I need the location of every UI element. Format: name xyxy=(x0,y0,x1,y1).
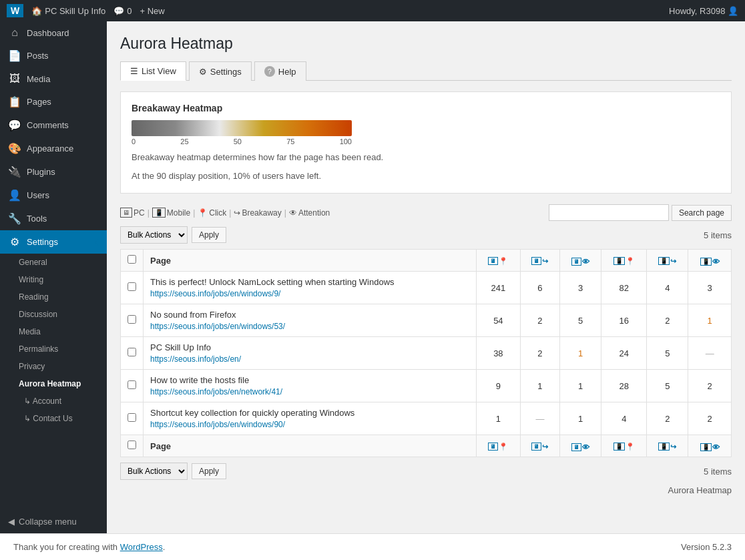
collapse-menu[interactable]: ◀ Collapse menu xyxy=(0,510,107,533)
sub-discussion[interactable]: Discussion xyxy=(0,306,107,323)
page-url-2[interactable]: https://seous.info/jobs/en/ xyxy=(150,354,241,364)
page-name-col-3: How to write the hosts file https://seou… xyxy=(144,370,477,402)
tab-list-view[interactable]: ☰ List View xyxy=(120,61,186,81)
search-page-button[interactable]: Search page xyxy=(672,205,732,221)
checkbox-2[interactable] xyxy=(128,348,136,356)
cell-c3-row0: 3 xyxy=(560,272,601,304)
tab-settings[interactable]: ⚙ Settings xyxy=(189,61,252,81)
mob-loc-footer: 📱 📍 xyxy=(601,435,647,457)
mob-att-footer: 📱 👁 xyxy=(688,435,732,457)
table-row: How to write the hosts file https://seou… xyxy=(121,370,732,402)
page-url-0[interactable]: https://seous.info/jobs/en/windows/9/ xyxy=(150,289,280,298)
appearance-icon: 🎨 xyxy=(8,142,21,155)
sidebar-item-users[interactable]: 👤 Users xyxy=(0,184,107,207)
checkbox-4[interactable] xyxy=(128,413,136,422)
site-name[interactable]: 🏠 PC Skill Up Info xyxy=(31,6,105,16)
row-checkbox-1[interactable] xyxy=(121,304,144,337)
table-header-row: Page 🖥 📍 🖥 ↪ xyxy=(121,250,732,272)
sub-account[interactable]: ↳ Account xyxy=(0,392,107,410)
heatmap-bar-container: 0 25 50 75 100 xyxy=(132,120,720,146)
bulk-actions-select-bottom[interactable]: Bulk Actions xyxy=(120,463,188,480)
settings-tab-icon: ⚙ xyxy=(199,67,207,77)
click-icon[interactable]: 📍 Click xyxy=(198,208,226,218)
sidebar-item-appearance[interactable]: 🎨 Appearance xyxy=(0,137,107,160)
sub-media[interactable]: Media xyxy=(0,323,107,340)
table-footer-row: Page 🖥 📍 🖥 ↪ xyxy=(121,435,732,457)
cell-c6-row3: 2 xyxy=(688,370,732,402)
new-content[interactable]: + New xyxy=(140,6,165,16)
cell-c3-row1: 5 xyxy=(560,304,601,337)
sidebar-item-tools[interactable]: 🔧 Tools xyxy=(0,207,107,230)
sidebar-item-media[interactable]: 🖼 Media xyxy=(0,67,107,90)
page-name-0: This is perfect! Unlock NamLock setting … xyxy=(150,277,469,287)
row-checkbox-4[interactable] xyxy=(121,402,144,435)
sidebar-item-pages[interactable]: 📋 Pages xyxy=(0,90,107,113)
heatmap-labels: 0 25 50 75 100 xyxy=(132,137,352,146)
cell-c4-row4: 4 xyxy=(601,402,647,435)
page-name-col-4: Shortcut key collection for quickly oper… xyxy=(144,402,477,435)
sidebar: ⌂ Dashboard 📄 Posts 🖼 Media 📋 Pages 💬 Co… xyxy=(0,21,107,533)
wp-logo[interactable]: W xyxy=(7,4,23,17)
attention-icon[interactable]: 👁 Attention xyxy=(289,208,330,218)
cell-c1-row4: 1 xyxy=(476,402,520,435)
row-checkbox-0[interactable] xyxy=(121,272,144,304)
plugins-icon: 🔌 xyxy=(8,166,21,178)
select-all-checkbox-footer[interactable] xyxy=(128,441,136,449)
tabs: ☰ List View ⚙ Settings ? Help xyxy=(120,61,732,81)
row-checkbox-2[interactable] xyxy=(121,337,144,370)
sub-contact-us[interactable]: ↳ Contact Us xyxy=(0,410,107,427)
apply-button-top[interactable]: Apply xyxy=(192,227,226,243)
settings-icon: ⚙ xyxy=(8,236,21,248)
apply-button-bottom[interactable]: Apply xyxy=(192,463,226,479)
cell-c2-row4: — xyxy=(520,402,559,435)
cell-c2-row2: 2 xyxy=(520,337,559,370)
mobile-view-icon[interactable]: 📱 Mobile xyxy=(152,208,190,218)
select-all-checkbox[interactable] xyxy=(128,255,136,264)
pc-loc-header: 🖥 📍 xyxy=(476,250,520,272)
sub-permalinks[interactable]: Permalinks xyxy=(0,340,107,358)
page-url-3[interactable]: https://seous.info/jobs/en/network/41/ xyxy=(150,387,282,396)
heatmap-desc2: At the 90 display position, 10% of users… xyxy=(132,170,720,183)
sub-general[interactable]: General xyxy=(0,254,107,271)
pages-table: Page 🖥 📍 🖥 ↪ xyxy=(120,249,732,457)
bulk-actions-bottom: Bulk Actions Apply xyxy=(120,463,226,480)
select-all-header[interactable] xyxy=(121,250,144,272)
toolbar-top: 🖥 PC | 📱 Mobile | 📍 Click | ↪ xyxy=(120,204,732,221)
row-checkbox-3[interactable] xyxy=(121,370,144,402)
mob-att-header: 📱 👁 xyxy=(688,250,732,272)
sidebar-item-dashboard[interactable]: ⌂ Dashboard xyxy=(0,21,107,44)
checkbox-0[interactable] xyxy=(128,282,136,291)
admin-bar: W 🏠 PC Skill Up Info 💬 0 + New Howdy, R3… xyxy=(0,0,745,21)
bulk-actions-select-top[interactable]: Bulk Actions xyxy=(120,226,188,244)
sub-writing[interactable]: Writing xyxy=(0,271,107,288)
breakaway-icon[interactable]: ↪ Breakaway xyxy=(234,208,281,218)
sidebar-item-settings[interactable]: ⚙ Settings xyxy=(0,230,107,254)
mob-loc-header: 📱 📍 xyxy=(601,250,647,272)
checkbox-1[interactable] xyxy=(128,315,136,324)
bulk-actions-bar-top: Bulk Actions Apply 5 items xyxy=(120,226,732,244)
pc-exit-header: 🖥 ↪ xyxy=(520,250,559,272)
checkbox-3[interactable] xyxy=(128,380,136,389)
comments-icon: 💬 xyxy=(8,119,21,131)
pc-view-icon[interactable]: 🖥 PC xyxy=(120,208,145,218)
sub-reading[interactable]: Reading xyxy=(0,288,107,306)
select-all-footer[interactable] xyxy=(121,435,144,457)
sub-privacy[interactable]: Privacy xyxy=(0,358,107,375)
page-url-1[interactable]: https://seous.info/jobs/en/windows/53/ xyxy=(150,322,285,331)
tab-help[interactable]: ? Help xyxy=(254,61,306,81)
plugin-name: Aurora Heatmap xyxy=(120,485,732,495)
cell-c1-row2: 38 xyxy=(476,337,520,370)
sub-aurora-heatmap[interactable]: Aurora Heatmap xyxy=(0,375,107,392)
comments-link[interactable]: 💬 0 xyxy=(113,6,132,16)
page-name-3: How to write the hosts file xyxy=(150,375,469,385)
settings-arrow xyxy=(95,239,99,246)
wordpress-link[interactable]: WordPress xyxy=(120,542,163,552)
sidebar-item-plugins[interactable]: 🔌 Plugins xyxy=(0,160,107,184)
mob-exit-header: 📱 ↪ xyxy=(647,250,688,272)
mob-exit-footer: 📱 ↪ xyxy=(647,435,688,457)
sidebar-item-posts[interactable]: 📄 Posts xyxy=(0,44,107,67)
search-input[interactable] xyxy=(549,204,669,221)
sidebar-item-comments[interactable]: 💬 Comments xyxy=(0,113,107,137)
page-url-4[interactable]: https://seous.info/jobs/en/windows/90/ xyxy=(150,420,285,429)
pc-loc-footer: 🖥 📍 xyxy=(476,435,520,457)
